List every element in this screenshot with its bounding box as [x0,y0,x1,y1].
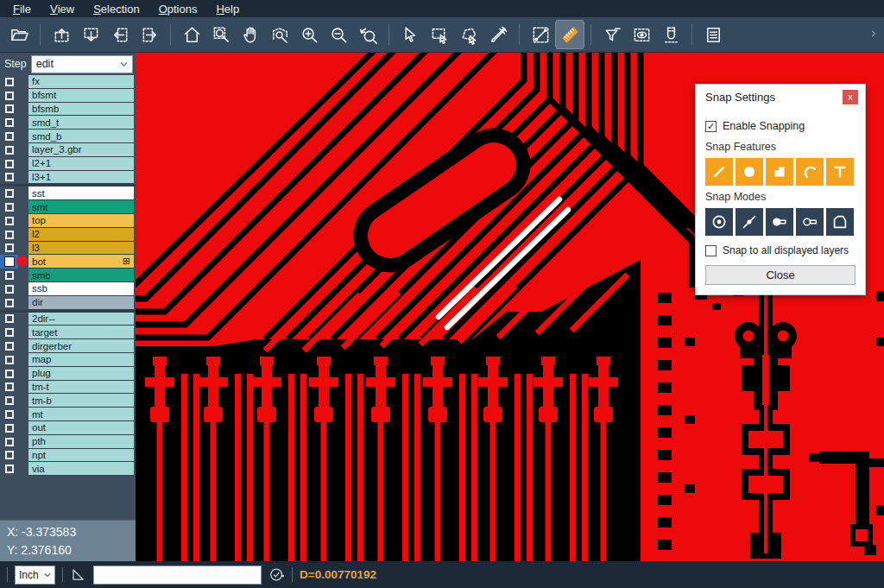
layer-name-top[interactable]: top [28,214,134,228]
layer-visibility-checkbox[interactable] [0,200,18,214]
layer-name-l2[interactable]: l2 [28,228,134,242]
layer-visibility-checkbox[interactable] [0,339,18,353]
toolbar-overflow-chevron[interactable] [868,27,879,42]
layer-name-smt[interactable]: smt [28,200,134,214]
grid-icon[interactable]: ⊞ [123,256,130,267]
layer-name-l2+1[interactable]: l2+1 [28,157,134,171]
layer-name-npt[interactable]: npt [28,449,134,463]
layer-name-tm-t[interactable]: tm-t [28,381,134,395]
import-down-button[interactable] [77,21,104,48]
layer-name-dir[interactable]: dir [28,296,134,310]
snap-dialog-close-button[interactable]: Close [705,265,856,285]
layer-visibility-checkbox[interactable] [0,89,18,103]
layer-visibility-checkbox[interactable] [0,116,18,130]
measure-line-button[interactable] [527,21,554,48]
layer-visibility-checkbox[interactable] [0,394,18,408]
menu-item-options[interactable]: Options [149,0,207,17]
layer-visibility-checkbox[interactable] [0,157,18,171]
import-up-button[interactable] [47,21,75,48]
command-input[interactable] [93,566,262,585]
menu-item-file[interactable]: File [3,0,41,17]
zoom-in-button[interactable] [295,21,323,48]
snap-mode-contour[interactable] [826,208,854,236]
layer-name-bfsmb[interactable]: bfsmb [28,103,134,117]
layer-name-2dir--[interactable]: 2dir-- [28,313,134,326]
menu-item-view[interactable]: View [41,0,84,17]
snap-mode-center[interactable] [705,208,733,236]
layer-name-smd_b[interactable]: smd_b [28,130,134,143]
layer-visibility-checkbox[interactable] [0,421,18,435]
snap-feature-circle[interactable] [736,158,763,186]
zoom-previous-button[interactable] [354,21,382,48]
snap-feature-line[interactable] [705,158,733,186]
layer-visibility-checkbox[interactable] [0,449,18,463]
layer-visibility-checkbox[interactable] [0,103,18,117]
layer-name-tm-b[interactable]: tm-b [28,394,134,408]
snap-mode-pad-outline[interactable] [796,208,824,236]
select-button[interactable] [396,21,424,48]
close-icon[interactable]: x [843,90,858,104]
ruler-button[interactable] [556,21,584,48]
unit-dropdown[interactable]: Inch [15,566,55,585]
snap-feature-pad[interactable] [766,158,793,186]
layer-visibility-checkbox[interactable] [0,435,18,449]
display-options-button[interactable] [628,21,655,48]
enable-snapping-checkbox[interactable]: ✓ [705,121,717,132]
chevron-down-icon[interactable] [42,570,54,580]
layer-visibility-checkbox[interactable] [0,296,18,310]
open-file-button[interactable] [5,21,33,48]
home-view-button[interactable] [178,21,205,48]
layer-name-pth[interactable]: pth [28,435,134,449]
layer-name-via[interactable]: via [28,462,134,476]
chevron-down-icon[interactable] [118,59,132,70]
layer-name-dirgerber[interactable]: dirgerber [28,339,134,353]
snap-feature-text[interactable] [826,158,854,186]
snap-dialog-titlebar[interactable]: Snap Settings x [696,85,865,109]
layer-visibility-checkbox[interactable] [0,282,18,296]
layer-visibility-checkbox[interactable] [0,228,18,242]
pcb-canvas[interactable]: Snap Settings x ✓ Enable Snapping Snap F… [136,53,884,561]
zoom-polygon-button[interactable] [266,21,294,48]
layer-visibility-checkbox[interactable] [0,255,18,269]
report-button[interactable] [699,21,727,48]
snap-mode-pad-solid[interactable] [766,208,793,236]
layer-name-smb[interactable]: smb [28,269,134,282]
snap-feature-arc[interactable] [796,158,824,186]
layer-name-fx[interactable]: fx [28,75,134,89]
layer-visibility-checkbox[interactable] [0,242,18,256]
pan-button[interactable] [237,21,264,48]
layer-visibility-checkbox[interactable] [0,75,18,89]
zoom-window-button[interactable] [207,21,235,48]
select-polygon-button[interactable] [455,21,483,48]
layer-visibility-checkbox[interactable] [0,381,18,395]
layer-visibility-checkbox[interactable] [0,326,18,339]
menu-item-selection[interactable]: Selection [84,0,148,17]
layer-name-out[interactable]: out [28,421,134,435]
layer-visibility-checkbox[interactable] [0,367,18,381]
layer-visibility-checkbox[interactable] [0,269,18,282]
layer-visibility-checkbox[interactable] [0,187,18,200]
layer-name-map[interactable]: map [28,353,134,367]
layer-name-sst[interactable]: sst [28,187,134,200]
layer-name-target[interactable]: target [28,326,134,339]
layer-visibility-checkbox[interactable] [0,214,18,228]
layer-name-bot[interactable]: bot⊞ [28,255,134,269]
layer-visibility-checkbox[interactable] [0,313,18,326]
layer-visibility-checkbox[interactable] [0,130,18,143]
menu-item-help[interactable]: Help [206,0,249,17]
layer-name-mt[interactable]: mt [28,408,134,421]
snap-button[interactable] [657,21,685,48]
layer-name-l3+1[interactable]: l3+1 [28,171,134,185]
brush-button[interactable] [484,21,512,48]
layer-name-smd_t[interactable]: smd_t [28,116,134,130]
snap-mode-midpoint[interactable] [736,208,763,236]
layer-name-bfsmt[interactable]: bfsmt [28,89,134,103]
import-left-button[interactable] [106,21,134,48]
apply-check-icon[interactable] [268,566,285,583]
layer-visibility-checkbox[interactable] [0,353,18,367]
angle-mode-icon[interactable] [70,566,86,583]
layer-name-plug[interactable]: plug [28,367,134,381]
layer-visibility-checkbox[interactable] [0,143,18,157]
step-dropdown[interactable]: edit [31,55,133,73]
filter-button[interactable] [598,21,626,48]
